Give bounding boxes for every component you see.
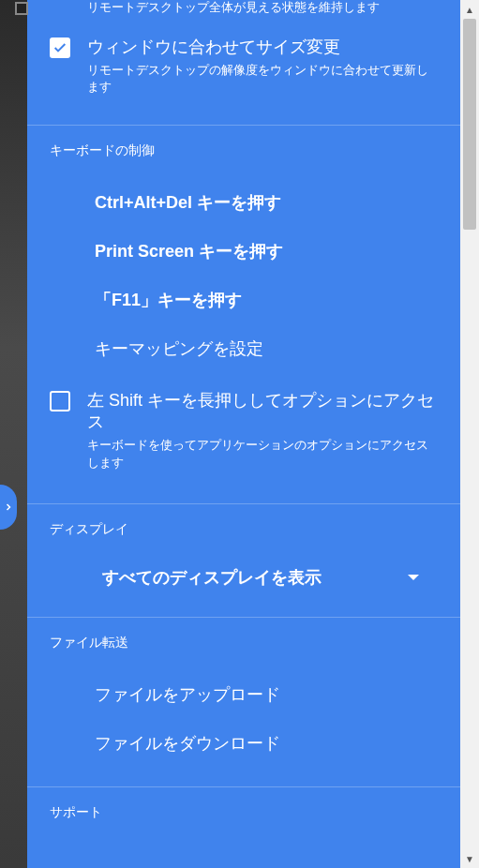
- shift-title: 左 Shift キーを長押ししてオプションにアクセス: [87, 390, 438, 434]
- scroll-down-icon[interactable]: ▼: [460, 851, 479, 866]
- shift-checkbox[interactable]: [50, 391, 70, 412]
- resize-content: ウィンドウに合わせてサイズ変更 リモートデスクトップの解像度をウィンドウに合わせ…: [87, 37, 438, 97]
- chevron-down-icon: [408, 575, 419, 580]
- keyboard-section-title: キーボードの制御: [50, 142, 438, 159]
- download-file-button[interactable]: ファイルをダウンロード: [50, 719, 438, 768]
- file-transfer-section: ファイル転送 ファイルをアップロード ファイルをダウンロード: [27, 618, 460, 787]
- background-strip: [0, 0, 27, 868]
- keyboard-section: キーボードの制御 Ctrl+Alt+Del キーを押す Print Screen…: [27, 126, 460, 504]
- display-section: ディスプレイ すべてのディスプレイを表示: [27, 504, 460, 618]
- show-all-displays-dropdown[interactable]: すべてのディスプレイを表示: [50, 557, 438, 598]
- scrollbar-thumb[interactable]: [463, 19, 476, 230]
- print-screen-button[interactable]: Print Screen キーを押す: [50, 227, 438, 276]
- scrollbar[interactable]: ▲ ▼: [460, 0, 479, 868]
- fit-screen-desc: リモートデスクトップ全体が見える状態を維持します: [50, 0, 438, 16]
- resize-title: ウィンドウに合わせてサイズ変更: [87, 37, 438, 58]
- check-icon: [52, 40, 67, 55]
- keymap-button[interactable]: キーマッピングを設定: [50, 324, 438, 373]
- shift-content: 左 Shift キーを長押ししてオプションにアクセス キーボードを使ってアプリケ…: [87, 390, 438, 471]
- resize-to-window-row[interactable]: ウィンドウに合わせてサイズ変更 リモートデスクトップの解像度をウィンドウに合わせ…: [50, 37, 438, 97]
- display-options-section: リモートデスクトップ全体が見える状態を維持します ウィンドウに合わせてサイズ変更…: [27, 0, 460, 126]
- chevron-right-icon: [3, 501, 14, 513]
- shift-desc: キーボードを使ってアプリケーションのオプションにアクセスします: [87, 437, 438, 471]
- resize-checkbox[interactable]: [50, 37, 70, 58]
- ctrl-alt-del-button[interactable]: Ctrl+Alt+Del キーを押す: [50, 178, 438, 227]
- file-section-title: ファイル転送: [50, 635, 438, 651]
- show-all-label: すべてのディスプレイを表示: [102, 566, 322, 589]
- options-panel: リモートデスクトップ全体が見える状態を維持します ウィンドウに合わせてサイズ変更…: [27, 0, 460, 868]
- resize-desc: リモートデスクトップの解像度をウィンドウに合わせて更新します: [87, 62, 438, 96]
- support-section-title: サポート: [50, 804, 438, 821]
- window-control-icon: [15, 2, 28, 15]
- f11-button[interactable]: 「F11」キーを押す: [50, 276, 438, 324]
- shift-option-row[interactable]: 左 Shift キーを長押ししてオプションにアクセス キーボードを使ってアプリケ…: [50, 390, 438, 471]
- scroll-up-icon[interactable]: ▲: [460, 2, 479, 17]
- upload-file-button[interactable]: ファイルをアップロード: [50, 670, 438, 719]
- support-section: サポート: [27, 787, 460, 840]
- display-section-title: ディスプレイ: [50, 521, 438, 538]
